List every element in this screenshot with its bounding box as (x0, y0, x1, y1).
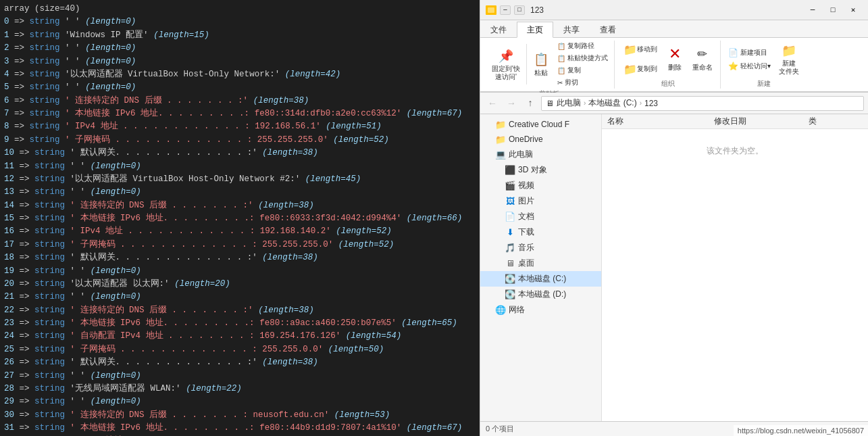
new-group: 📄 新建项目 ⭐ 轻松访问▾ 📁 新建文件夹 新建 (722, 41, 807, 89)
maximize-btn[interactable]: □ (823, 3, 842, 17)
copy-label: 复制 (567, 66, 581, 75)
nav-tree: 📁 Creative Cloud F 📁 OneDrive 💻 此电脑 ⬛ 3D… (480, 114, 602, 421)
tree-label: 视频 (518, 180, 534, 191)
paste-icon: 📋 (533, 51, 549, 68)
min-button[interactable]: ─ (500, 5, 511, 15)
explorer-window[interactable]: ─ □ 123 ─ □ ✕ 文件 主页 共享 查看 📌 固定到'快速访问' (480, 0, 868, 436)
tree-item-本地磁盘-(d:)[interactable]: 💽 本地磁盘 (D:) (480, 287, 601, 302)
tree-icon: ⬇ (505, 227, 515, 238)
tree-item-3d-对象[interactable]: ⬛ 3D 对象 (480, 162, 601, 178)
tree-item-音乐[interactable]: 🎵 音乐 (480, 240, 601, 256)
sep2: › (640, 99, 642, 107)
tab-share[interactable]: 共享 (553, 22, 590, 38)
tree-label: 网络 (509, 304, 525, 316)
organize-buttons: 📁 移动到 📁 复制到 ✕ 删除 (620, 41, 716, 78)
main-content: 📁 Creative Cloud F 📁 OneDrive 💻 此电脑 ⬛ 3D… (480, 114, 868, 421)
tree-icon: 🎵 (505, 243, 515, 253)
ribbon: 文件 主页 共享 查看 📌 固定到'快速访问' 📋 (480, 20, 868, 93)
code-line: 31 => string ' 本地链接 IPv6 地址. . . . . . .… (4, 422, 476, 435)
code-line: 15 => string ' 本地链接 IPv6 地址. . . . . . .… (4, 212, 476, 225)
delete-button[interactable]: ✕ 删除 (663, 41, 686, 78)
code-line: 23 => string ' 本地链接 IPv6 地址. . . . . . .… (4, 317, 476, 330)
pin-label: 固定到'快速访问' (492, 65, 520, 81)
up-button[interactable]: ↑ (522, 95, 538, 112)
new-buttons: 📄 新建项目 ⭐ 轻松访问▾ 📁 新建文件夹 (726, 41, 802, 78)
tree-icon: ⬛ (505, 165, 515, 176)
tree-item-此电脑[interactable]: 💻 此电脑 (480, 147, 601, 162)
tree-item-creative-cloud-f[interactable]: 📁 Creative Cloud F (480, 117, 601, 132)
code-line: 5 => string ' ' (length=0) (4, 81, 476, 94)
easy-access-button[interactable]: ⭐ 轻松访问▾ (726, 61, 773, 72)
organize-group: 📁 移动到 📁 复制到 ✕ 删除 (616, 41, 721, 89)
tree-icon: 💽 (505, 289, 515, 300)
forward-button[interactable]: → (503, 95, 519, 112)
code-line: 3 => string ' ' (length=0) (4, 55, 476, 68)
copy-path-button[interactable]: 📋 复制路径 (555, 41, 610, 51)
copy-button[interactable]: 📋 复制 (555, 65, 610, 76)
cut-label: 剪切 (565, 78, 578, 87)
tree-label: OneDrive (509, 135, 543, 144)
tree-item-本地磁盘-(c:)[interactable]: 💽 本地磁盘 (C:) (480, 271, 601, 287)
tree-label: 桌面 (518, 258, 534, 269)
easy-access-icon: ⭐ (728, 62, 738, 71)
tree-label: 本地磁盘 (C:) (518, 273, 566, 285)
tree-icon: 📁 (495, 134, 506, 145)
minimize-btn[interactable]: ─ (803, 3, 822, 17)
tree-item-图片[interactable]: 🖼 图片 (480, 193, 601, 209)
tab-view[interactable]: 查看 (590, 22, 626, 38)
code-line: 25 => string ' 子网掩码 . . . . . . . . . . … (4, 343, 476, 356)
restore-button[interactable]: □ (514, 5, 525, 15)
code-line: 7 => string ' 本地链接 IPv6 地址. . . . . . . … (4, 107, 476, 120)
address-path[interactable]: 🖥 此电脑 › 本地磁盘 (C:) › 123 (541, 96, 864, 111)
tab-file[interactable]: 文件 (480, 22, 517, 38)
new-folder-icon: 📁 (781, 43, 797, 59)
new-folder-label: 新建文件夹 (779, 59, 799, 76)
close-btn[interactable]: ✕ (844, 3, 863, 17)
tree-item-视频[interactable]: 🎬 视频 (480, 178, 601, 193)
array-header: array (size=40) (4, 3, 476, 16)
tree-label: 音乐 (518, 242, 534, 253)
code-line: 24 => string ' 自动配置 IPv4 地址 . . . . . . … (4, 330, 476, 343)
window-controls: ─ □ ✕ (803, 3, 863, 17)
paste-shortcut-button[interactable]: 📋 粘贴快捷方式 (555, 53, 610, 64)
tree-item-下载[interactable]: ⬇ 下载 (480, 224, 601, 240)
copy-to-button[interactable]: 📁 复制到 (620, 61, 661, 78)
code-line: 1 => string 'Windows IP 配置' (length=15) (4, 29, 476, 42)
rename-button[interactable]: ✏ 重命名 (689, 41, 716, 78)
paste-label: 粘贴 (534, 68, 548, 78)
move-to-button[interactable]: 📁 移动到 (620, 41, 661, 58)
tree-label: 本地磁盘 (D:) (518, 289, 566, 300)
copy-path-label: 复制路径 (567, 41, 594, 51)
cut-button[interactable]: ✂ 剪切 (555, 77, 610, 88)
move-label: 移动到 (637, 45, 657, 54)
code-line: 2 => string ' ' (length=0) (4, 42, 476, 55)
code-line: 28 => string '无线局域网适配器 WLAN:' (length=22… (4, 383, 476, 395)
tree-item-onedrive[interactable]: 📁 OneDrive (480, 132, 601, 147)
watermark-url: https://blog.csdn.net/weixin_41056807 (734, 425, 868, 436)
tree-label: 图片 (518, 195, 534, 207)
new-folder-button[interactable]: 📁 新建文件夹 (775, 41, 802, 78)
new-item-button[interactable]: 📄 新建项目 (726, 47, 773, 58)
item-count: 0 个项目 (486, 424, 514, 434)
tree-icon: 💽 (505, 274, 515, 285)
code-line: 26 => string ' 默认网关. . . . . . . . . . .… (4, 356, 476, 369)
ribbon-tabs: 文件 主页 共享 查看 (480, 20, 868, 38)
code-line: 19 => string ' ' (length=0) (4, 265, 476, 278)
tree-label: Creative Cloud F (509, 120, 569, 129)
tree-item-桌面[interactable]: 🖥 桌面 (480, 256, 601, 271)
tab-home[interactable]: 主页 (517, 22, 553, 38)
tree-item-文档[interactable]: 📄 文档 (480, 209, 601, 224)
code-line: 16 => string ' IPv4 地址 . . . . . . . . .… (4, 225, 476, 238)
delete-icon: ✕ (667, 46, 683, 62)
clipboard-group: 📌 固定到'快速访问' 📋 粘贴 📋 复制路径 (484, 41, 615, 89)
folder-icon (486, 5, 496, 15)
col-type-header: 类 (809, 116, 863, 127)
tree-label: 3D 对象 (518, 164, 547, 176)
back-button[interactable]: ← (484, 95, 501, 112)
pin-to-quick-access-button[interactable]: 📌 固定到'快速访问' (488, 41, 524, 88)
paste-button[interactable]: 📋 粘贴 (530, 41, 553, 88)
tree-item-网络[interactable]: 🌐 网络 (480, 302, 601, 318)
tree-icon: 🎬 (505, 180, 515, 191)
empty-message: 该文件夹为空。 (605, 132, 865, 170)
paste-shortcut-label: 粘贴快捷方式 (567, 53, 608, 63)
